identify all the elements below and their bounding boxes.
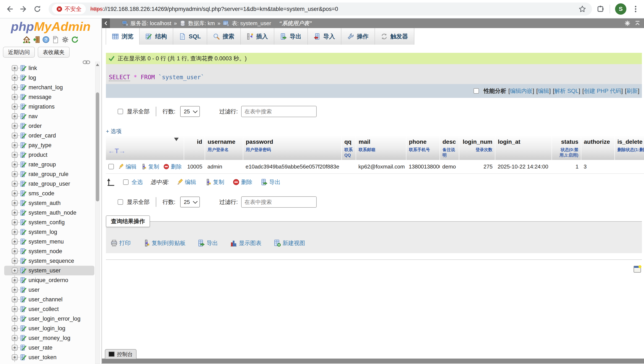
breadcrumb-database[interactable]: 数据库: km: [188, 20, 215, 27]
collapse-navigation-button[interactable]: [102, 18, 110, 28]
results-operation-link[interactable]: 导出: [198, 239, 218, 247]
sidebar-table-item[interactable]: + rate_group_rule: [4, 169, 94, 179]
tab[interactable]: 浏览: [106, 28, 140, 45]
table-name[interactable]: user_collect: [29, 306, 59, 312]
sidebar-table-item[interactable]: + order: [4, 121, 94, 131]
browser-back-button[interactable]: [6, 5, 14, 13]
browser-reload-button[interactable]: [33, 5, 42, 13]
sidebar-table-item[interactable]: + system_user: [4, 266, 94, 275]
column-header[interactable]: status 状态(0:禁用,1:启用): [552, 135, 581, 160]
column-order-marker[interactable]: ←T→: [108, 147, 126, 155]
sidebar-table-item[interactable]: + system_auth: [4, 198, 94, 208]
table-name[interactable]: user_token: [29, 354, 57, 361]
expand-plus-icon[interactable]: +: [12, 326, 18, 331]
expand-plus-icon[interactable]: +: [12, 94, 18, 100]
table-name[interactable]: order: [29, 123, 42, 129]
column-header[interactable]: username 用户登录名: [205, 135, 243, 160]
expand-plus-icon[interactable]: +: [12, 152, 18, 158]
phpmyadmin-logo[interactable]: phpMyAdmin: [0, 19, 102, 34]
expand-plus-icon[interactable]: +: [12, 345, 18, 350]
table-name[interactable]: user_rate: [29, 344, 53, 351]
sidebar-table-item[interactable]: + user_channel: [4, 295, 94, 304]
console-toggle[interactable]: 控制台: [105, 349, 137, 359]
expand-plus-icon[interactable]: +: [12, 296, 18, 302]
row-action-link[interactable]: 编辑: [118, 163, 137, 170]
show-all-checkbox[interactable]: [118, 109, 123, 114]
table-name[interactable]: order_card: [29, 132, 56, 139]
table-name[interactable]: user_money_log: [29, 335, 71, 341]
browser-menu-icon[interactable]: [631, 5, 640, 13]
sidebar-table-item[interactable]: + user_login_log: [4, 324, 94, 333]
expand-plus-icon[interactable]: +: [12, 316, 18, 322]
sidebar-table-item[interactable]: + system_menu: [4, 237, 94, 246]
sidebar-scrollbar[interactable]: [95, 62, 100, 364]
expand-plus-icon[interactable]: +: [12, 171, 18, 177]
table-name[interactable]: system_user: [29, 268, 61, 274]
sidebar-table-item[interactable]: + message: [4, 92, 94, 102]
column-header[interactable]: password 用户登录密码: [243, 135, 342, 160]
sidebar-table-item[interactable]: + migrations: [4, 102, 94, 112]
sidebar-table-item[interactable]: + system_config: [4, 218, 94, 227]
results-operation-link[interactable]: 新建视图: [274, 239, 305, 247]
results-operation-link[interactable]: 复制到剪贴板: [143, 239, 186, 247]
expand-plus-icon[interactable]: +: [12, 287, 18, 293]
row-action-link[interactable]: 复制: [141, 163, 159, 170]
table-name[interactable]: pay_type: [29, 142, 52, 148]
sidebar-table-item[interactable]: + rate_group: [4, 160, 94, 169]
column-header[interactable]: id: [184, 135, 205, 160]
table-name[interactable]: system_menu: [29, 238, 64, 245]
table-name[interactable]: system_log: [29, 229, 57, 235]
scroll-up-icon[interactable]: [96, 64, 99, 66]
sidebar-table-item[interactable]: + log: [4, 73, 94, 82]
address-bar[interactable]: 不安全 https://192.168.188.226:14269/phpmya…: [49, 2, 592, 16]
tab[interactable]: 结构: [140, 28, 173, 45]
expand-plus-icon[interactable]: +: [12, 162, 18, 168]
table-name[interactable]: system_node: [29, 248, 62, 254]
column-header[interactable]: desc 备注说明: [440, 135, 459, 160]
expand-plus-icon[interactable]: +: [12, 113, 18, 119]
show-all-label[interactable]: 显示全部: [127, 198, 150, 206]
settings-gear-icon[interactable]: [62, 36, 69, 44]
table-name[interactable]: system_config: [29, 219, 65, 226]
expand-plus-icon[interactable]: +: [12, 123, 18, 129]
table-name[interactable]: user: [29, 287, 40, 293]
profiling-checkbox[interactable]: [473, 88, 479, 94]
sidebar-table-item[interactable]: + user_token: [4, 352, 94, 362]
expand-plus-icon[interactable]: +: [12, 210, 18, 216]
table-name[interactable]: system_auth: [29, 200, 61, 206]
expand-plus-icon[interactable]: +: [12, 142, 18, 148]
check-all-checkbox[interactable]: [123, 180, 129, 185]
rows-select[interactable]: 25: [180, 106, 200, 117]
collapse-top-icon[interactable]: [634, 20, 641, 26]
breadcrumb-server[interactable]: 服务器: localhost: [131, 20, 171, 27]
profiling-link[interactable]: 刷新: [626, 88, 638, 94]
column-header[interactable]: phone 联系手机号: [406, 135, 440, 160]
sidebar-table-item[interactable]: + product: [4, 150, 94, 160]
column-header[interactable]: is_delete 删除状态(1:删除,0:未删: [615, 135, 644, 160]
sidebar-table-item[interactable]: + system_sequence: [4, 256, 94, 266]
options-toggle[interactable]: + 选项: [106, 128, 642, 135]
expand-plus-icon[interactable]: +: [12, 229, 18, 235]
tab[interactable]: SQL: [173, 28, 207, 45]
avatar[interactable]: S: [615, 3, 626, 15]
sidebar-table-item[interactable]: + order_card: [4, 131, 94, 140]
row-action-link[interactable]: 删除: [163, 163, 182, 170]
sidebar-table-item[interactable]: + user_money_log: [4, 333, 94, 343]
tab[interactable]: 插入: [241, 28, 274, 45]
column-header[interactable]: login_num 登录次数: [459, 135, 495, 160]
profiling-link[interactable]: 创建 PHP 代码: [584, 88, 621, 94]
table-name[interactable]: user_channel: [29, 296, 63, 303]
table-name[interactable]: product: [29, 152, 47, 158]
expand-plus-icon[interactable]: +: [12, 239, 18, 244]
expand-plus-icon[interactable]: +: [12, 268, 18, 274]
show-all-checkbox[interactable]: [118, 199, 123, 205]
expand-plus-icon[interactable]: +: [12, 181, 18, 187]
expand-plus-icon[interactable]: +: [12, 104, 18, 110]
sidebar-table-item[interactable]: + rate_group_user: [4, 179, 94, 188]
expand-plus-icon[interactable]: +: [12, 354, 18, 360]
expand-plus-icon[interactable]: +: [12, 220, 18, 225]
table-name[interactable]: message: [29, 94, 52, 100]
sidebar-table-item[interactable]: + link: [4, 63, 94, 73]
bulk-action-link[interactable]: 复制: [205, 178, 224, 186]
extensions-icon[interactable]: [596, 5, 604, 13]
